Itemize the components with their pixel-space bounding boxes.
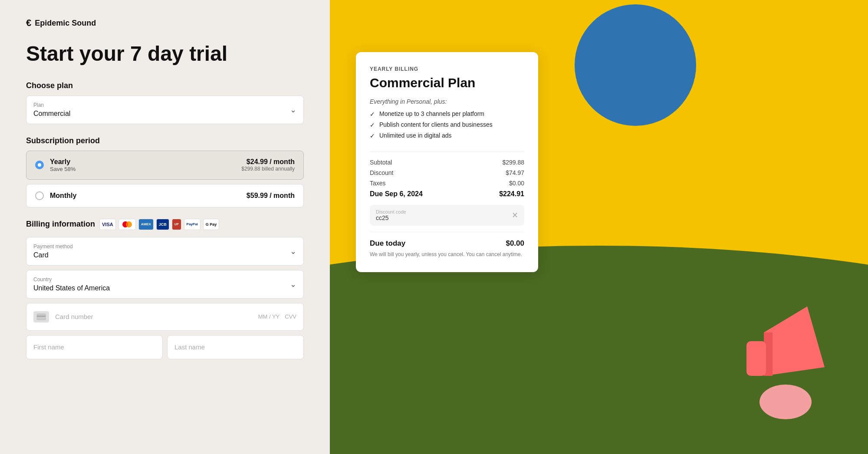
country-field-value: United States of America [33, 284, 296, 292]
right-panel: YEARLY BILLING Commercial Plan Everythin… [330, 0, 868, 454]
discount-code-value: cc25 [376, 214, 508, 221]
check-icon-1: ✓ [370, 111, 375, 118]
name-fields: First name Last name [26, 335, 304, 359]
payment-method-chevron-icon: ⌄ [290, 247, 296, 256]
monthly-price-main: $59.99 / month [247, 192, 295, 200]
subscription-section: Subscription period Yearly Save 58% $24.… [26, 136, 304, 212]
country-field-label: Country [33, 276, 296, 283]
yearly-save: Save 58% [50, 166, 241, 172]
unionpay-icon: UP [172, 219, 181, 230]
card-number-placeholder: Card number [55, 313, 252, 320]
visa-icon: VISA [99, 219, 116, 230]
monthly-option[interactable]: Monthly $59.99 / month [26, 184, 304, 207]
paypal-icon: PayPal [184, 219, 201, 230]
divider-1 [370, 151, 524, 152]
feature-text-2: Publish content for clients and business… [379, 121, 493, 128]
plan-field-label: Plan [33, 102, 296, 108]
discount-value: $74.97 [506, 169, 524, 176]
page-title: Start your 7 day trial [26, 43, 304, 66]
discount-code-placeholder: Discount code [376, 209, 508, 214]
check-icon-3: ✓ [370, 132, 375, 139]
country-dropdown[interactable]: Country United States of America ⌄ [26, 270, 304, 299]
plan-dropdown[interactable]: Plan Commercial ⌄ [26, 95, 304, 124]
svg-marker-5 [764, 306, 825, 376]
amex-icon: AMEX [138, 219, 154, 230]
monthly-name: Monthly [50, 192, 247, 200]
summary-card: YEARLY BILLING Commercial Plan Everythin… [356, 52, 538, 272]
subscription-label: Subscription period [26, 136, 304, 145]
country-chevron-icon: ⌄ [290, 280, 296, 289]
card-icon [33, 311, 49, 322]
check-icon-2: ✓ [370, 122, 375, 128]
yearly-price-main: $24.99 / month [241, 158, 295, 166]
svg-point-4 [760, 385, 812, 419]
card-field-right: MM / YY CVV [258, 313, 296, 320]
discount-code-input[interactable]: Discount code cc25 ✕ [370, 205, 524, 226]
subtotal-value: $299.88 [502, 159, 524, 166]
yearly-name: Yearly [50, 158, 241, 166]
logo-icon: € [26, 17, 31, 29]
due-date-value: $224.91 [499, 190, 524, 198]
first-name-placeholder: First name [33, 343, 64, 351]
feature-text-1: Monetize up to 3 channels per platform [379, 110, 484, 117]
billing-label: Billing information [26, 220, 95, 229]
payment-method-label: Payment method [33, 243, 296, 250]
discount-clear-icon[interactable]: ✕ [512, 211, 518, 220]
subtotal-row: Subtotal $299.88 [370, 159, 524, 166]
feature-item-2: ✓ Publish content for clients and busine… [370, 121, 524, 128]
monthly-price: $59.99 / month [247, 192, 295, 200]
mastercard-icon [118, 219, 136, 230]
payment-method-dropdown[interactable]: Payment method Card ⌄ [26, 237, 304, 266]
first-name-field[interactable]: First name [26, 335, 163, 359]
last-name-field[interactable]: Last name [167, 335, 304, 359]
yearly-price: $24.99 / month $299.88 billed annually [241, 158, 295, 172]
subtotal-label: Subtotal [370, 159, 392, 166]
feature-item-3: ✓ Unlimited use in digital ads [370, 132, 524, 139]
left-panel: € Epidemic Sound Start your 7 day trial … [0, 0, 330, 454]
card-number-field[interactable]: Card number MM / YY CVV [26, 303, 304, 331]
discount-label: Discount [370, 169, 393, 176]
yearly-option[interactable]: Yearly Save 58% $24.99 / month $299.88 b… [26, 151, 304, 180]
discount-code-label: Discount code cc25 [376, 209, 508, 221]
discount-row: Discount $74.97 [370, 169, 524, 176]
yearly-radio [35, 161, 44, 169]
monthly-radio [35, 191, 44, 200]
due-today-row: Due today $0.00 [370, 239, 524, 248]
divider-2 [370, 232, 524, 232]
choose-plan-section: Choose plan Plan Commercial ⌄ [26, 81, 304, 136]
due-today-value: $0.00 [506, 239, 524, 248]
billing-section: Billing information VISA AMEX JCB UP Pay… [26, 215, 304, 364]
yearly-info: Yearly Save 58% [50, 158, 241, 172]
taxes-label: Taxes [370, 180, 386, 187]
billing-header: Billing information VISA AMEX JCB UP Pay… [26, 219, 304, 230]
gpay-icon: G Pay [203, 219, 220, 230]
megaphone-decoration [738, 280, 833, 419]
plan-chevron-icon: ⌄ [290, 105, 296, 115]
summary-plan-title: Commercial Plan [370, 76, 524, 90]
background-circle [575, 4, 696, 126]
logo-area: € Epidemic Sound [26, 17, 304, 29]
monthly-info: Monthly [50, 192, 247, 200]
feature-list: ✓ Monetize up to 3 channels per platform… [370, 110, 524, 139]
due-note: We will bill you yearly, unless you canc… [370, 250, 524, 258]
svg-rect-3 [37, 316, 46, 317]
mm-yy-placeholder: MM / YY [258, 313, 280, 320]
feature-item-1: ✓ Monetize up to 3 channels per platform [370, 110, 524, 118]
taxes-value: $0.00 [509, 180, 524, 187]
feature-text-3: Unlimited use in digital ads [379, 132, 452, 139]
plan-includes-label: Everything in Personal, plus: [370, 98, 524, 105]
jcb-icon: JCB [156, 219, 169, 230]
yearly-price-sub: $299.88 billed annually [241, 166, 295, 172]
choose-plan-label: Choose plan [26, 81, 304, 90]
due-today-label: Due today [370, 239, 405, 248]
due-date-row: Due Sep 6, 2024 $224.91 [370, 190, 524, 198]
taxes-row: Taxes $0.00 [370, 180, 524, 187]
cvv-placeholder: CVV [285, 313, 296, 320]
payment-icons: VISA AMEX JCB UP PayPal G Pay [99, 219, 219, 230]
plan-field-value: Commercial [33, 110, 296, 118]
payment-method-value: Card [33, 251, 296, 259]
svg-rect-7 [746, 341, 766, 376]
billing-cycle-label: YEARLY BILLING [370, 66, 524, 72]
logo-text: Epidemic Sound [35, 19, 96, 28]
due-date-label: Due Sep 6, 2024 [370, 190, 423, 198]
